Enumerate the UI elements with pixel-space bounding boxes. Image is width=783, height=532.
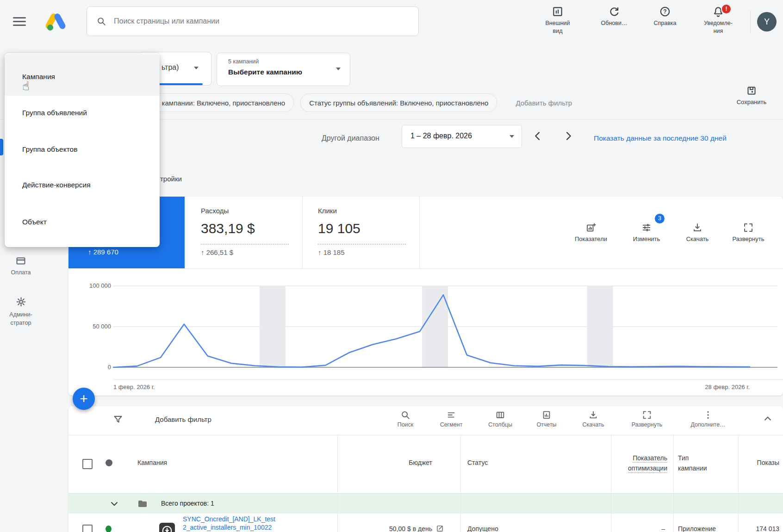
menu-item-asset[interactable]: Объект bbox=[22, 218, 47, 226]
y-tick-50000: 50 000 bbox=[69, 323, 111, 330]
columns-icon bbox=[495, 410, 505, 420]
chevron-down-icon bbox=[194, 67, 199, 69]
chevron-down-icon bbox=[336, 68, 341, 70]
edit-metrics-label: Изменить bbox=[623, 235, 670, 242]
global-search[interactable] bbox=[87, 6, 419, 36]
reports-icon bbox=[541, 410, 552, 420]
edit-metrics-button[interactable]: Изменить 3 bbox=[623, 222, 670, 242]
table-reports-button[interactable]: Отчеты bbox=[525, 410, 568, 428]
sidebar-item-admin[interactable]: Админи- стратор bbox=[6, 296, 36, 327]
menu-item-asset-group[interactable]: Группа объектов bbox=[22, 145, 77, 154]
notifications-button[interactable]: Уведомле- ния ! bbox=[692, 6, 744, 35]
y-tick-0: 0 bbox=[69, 364, 111, 371]
col-budget[interactable]: Бюджет bbox=[337, 459, 432, 466]
col-campaign[interactable]: Кампания bbox=[137, 459, 167, 466]
download-chart-button[interactable]: Скачать bbox=[674, 222, 721, 242]
search-icon bbox=[96, 16, 106, 26]
help-button[interactable]: ? Справка bbox=[639, 6, 691, 27]
scorecard-clicks[interactable]: Клики 19 105 ↑ 18 185 bbox=[302, 197, 419, 268]
app-campaign-icon bbox=[159, 523, 175, 532]
chip-adgroup-status[interactable]: Статус группы объявлений: Включено, прио… bbox=[300, 93, 497, 112]
download-chart-label: Скачать bbox=[674, 235, 721, 242]
add-filter-button[interactable]: Добавить фильтр bbox=[516, 99, 572, 107]
table-expand-button[interactable]: Развернуть bbox=[626, 410, 668, 428]
nav-selection-indicator bbox=[0, 139, 3, 155]
group-row-label: Всего проектов: 1 bbox=[161, 500, 214, 507]
cost-value: 383,19 $ bbox=[201, 221, 255, 236]
col-impressions[interactable]: Показы bbox=[716, 459, 779, 466]
add-campaign-fab[interactable]: + bbox=[73, 388, 95, 410]
svg-text:?: ? bbox=[663, 8, 666, 15]
campaign-name-line2[interactable]: 2_active_installers_min_10022 bbox=[183, 524, 272, 531]
more-vertical-icon bbox=[703, 410, 713, 420]
metrics-label: Показатели bbox=[568, 235, 614, 242]
folder-icon bbox=[137, 498, 148, 509]
col-status[interactable]: Статус bbox=[467, 459, 488, 466]
collapse-table-chevron-icon[interactable] bbox=[762, 413, 774, 425]
clicks-value: 19 105 bbox=[318, 221, 360, 236]
chevron-down-icon[interactable] bbox=[108, 498, 120, 510]
campaign-name-line1[interactable]: SYNC_Oncredit_[AND]_LK_test bbox=[183, 515, 275, 523]
download-icon bbox=[692, 222, 703, 233]
status-dot-enabled bbox=[106, 526, 112, 532]
table-row[interactable]: SYNC_Oncredit_[AND]_LK_test 2_active_ins… bbox=[68, 513, 783, 532]
main-menu-icon[interactable] bbox=[13, 15, 26, 28]
table-add-filter-button[interactable]: Добавить фильтр bbox=[155, 415, 211, 423]
table-segment-button[interactable]: Сегмент bbox=[430, 410, 472, 428]
notifications-label: Уведомле- ния bbox=[692, 19, 744, 35]
overview-card: ↑ 289 670 Расходы 383,19 $ ↑ 266,51 $ Кл… bbox=[68, 197, 783, 396]
table-download-button[interactable]: Скачать bbox=[572, 410, 615, 428]
date-range-selector[interactable]: 1 – 28 февр. 2026 bbox=[402, 125, 522, 148]
last-30-days-link[interactable]: Показать данные за последние 30 дней bbox=[594, 134, 727, 142]
refresh-label: Обнови… bbox=[588, 19, 640, 27]
gear-icon bbox=[15, 296, 27, 308]
sidebar-item-payment[interactable]: Оплата bbox=[6, 255, 36, 276]
prev-period-button[interactable] bbox=[531, 130, 544, 142]
admin-label: Админи- стратор bbox=[6, 310, 36, 327]
filter-funnel-icon[interactable] bbox=[112, 414, 124, 425]
menu-item-ad-group[interactable]: Группа объявлений bbox=[22, 109, 87, 117]
scorecard-cost[interactable]: Расходы 383,19 $ ↑ 266,51 $ bbox=[186, 197, 302, 268]
cell-impressions: 174 013 bbox=[716, 525, 779, 532]
avatar[interactable]: Y bbox=[757, 12, 777, 31]
cell-budget[interactable]: 50,00 $ в день bbox=[337, 525, 432, 532]
row-checkbox[interactable] bbox=[82, 525, 93, 532]
search-input[interactable] bbox=[113, 17, 418, 26]
google-ads-logo-icon[interactable] bbox=[47, 12, 65, 31]
status-dot-header[interactable] bbox=[106, 459, 112, 466]
help-label: Справка bbox=[639, 19, 691, 27]
select-all-checkbox[interactable] bbox=[82, 459, 93, 469]
google-ads-screen: Внешний вид Обнови… ? Справка Уведомле- … bbox=[0, 0, 783, 532]
table-search-button[interactable]: Поиск bbox=[384, 410, 427, 428]
cost-label: Расходы bbox=[201, 207, 229, 215]
expand-chart-button[interactable]: Развернуть bbox=[725, 222, 771, 242]
cost-delta: ↑ 266,51 $ bbox=[201, 248, 233, 256]
table-columns-button[interactable]: Столбцы bbox=[479, 410, 522, 428]
group-row[interactable]: Всего проектов: 1 bbox=[68, 494, 783, 513]
col-type[interactable]: Тип кампании bbox=[678, 453, 707, 473]
table-more-button[interactable]: Дополните… bbox=[687, 410, 729, 428]
cell-type: Приложение bbox=[678, 525, 716, 532]
campaign-select-label: Выберите кампанию bbox=[228, 68, 302, 76]
edit-budget-icon[interactable] bbox=[436, 525, 444, 532]
menu-item-conversion-action[interactable]: Действие-конверсия bbox=[22, 181, 91, 189]
payment-label: Оплата bbox=[6, 269, 36, 276]
help-icon: ? bbox=[659, 6, 671, 18]
expand-icon bbox=[642, 410, 652, 420]
expand-chart-label: Развернуть bbox=[725, 235, 771, 242]
scope-dropdown-menu: Кампания ☝ Группа объявлений Группа объе… bbox=[5, 53, 160, 247]
topbar-divider bbox=[750, 10, 751, 33]
save-label: Сохранить bbox=[733, 99, 771, 105]
appearance-button[interactable]: Внешний вид bbox=[532, 6, 584, 35]
next-period-button[interactable] bbox=[562, 130, 575, 142]
search-icon bbox=[400, 410, 410, 420]
expand-icon bbox=[743, 222, 754, 233]
appearance-label: Внешний вид bbox=[532, 19, 584, 35]
metrics-button[interactable]: Показатели bbox=[568, 222, 614, 242]
save-button[interactable]: Сохранить bbox=[733, 85, 771, 105]
refresh-icon bbox=[608, 6, 620, 18]
refresh-button[interactable]: Обнови… bbox=[588, 6, 640, 27]
col-opt-score[interactable]: Показатель оптимизации bbox=[611, 453, 667, 473]
tab-settings-partial[interactable]: тройки bbox=[160, 175, 182, 183]
campaign-picker[interactable]: 5 кампаний Выберите кампанию bbox=[217, 53, 350, 86]
